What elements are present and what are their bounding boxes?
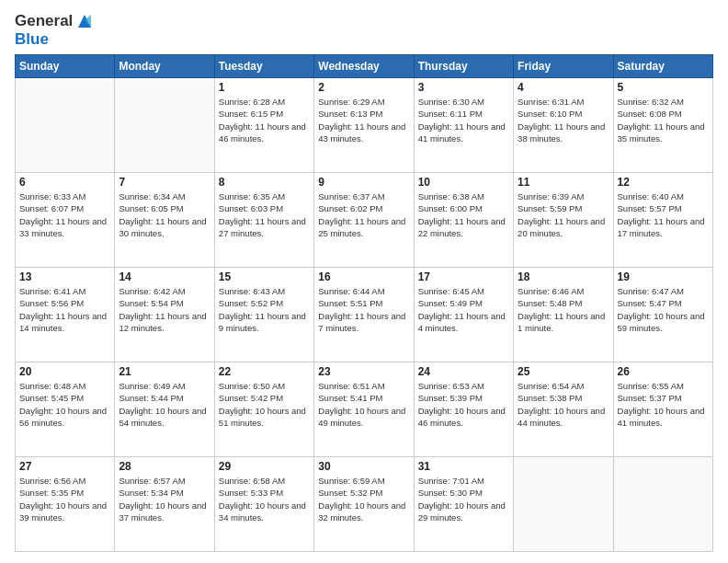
calendar-week-row: 6Sunrise: 6:33 AM Sunset: 6:07 PM Daylig…	[16, 173, 713, 268]
day-number: 8	[219, 176, 310, 189]
day-info: Sunrise: 6:39 AM Sunset: 5:59 PM Dayligh…	[518, 190, 609, 239]
day-info: Sunrise: 6:35 AM Sunset: 6:03 PM Dayligh…	[219, 190, 310, 239]
calendar-cell: 19Sunrise: 6:47 AM Sunset: 5:47 PM Dayli…	[613, 268, 712, 362]
day-info: Sunrise: 6:51 AM Sunset: 5:41 PM Dayligh…	[318, 380, 409, 429]
calendar-week-row: 27Sunrise: 6:56 AM Sunset: 5:35 PM Dayli…	[16, 457, 713, 552]
day-number: 2	[318, 81, 409, 94]
calendar-cell	[613, 457, 712, 552]
day-number: 21	[119, 365, 210, 378]
day-number: 19	[618, 270, 709, 283]
day-number: 6	[19, 176, 110, 189]
calendar-cell: 18Sunrise: 6:46 AM Sunset: 5:48 PM Dayli…	[514, 268, 613, 362]
logo-general: General	[15, 13, 73, 30]
header: General Blue	[15, 11, 713, 47]
calendar-header-row: SundayMondayTuesdayWednesdayThursdayFrid…	[16, 55, 713, 78]
day-number: 7	[119, 176, 210, 189]
day-info: Sunrise: 6:34 AM Sunset: 6:05 PM Dayligh…	[119, 190, 210, 239]
day-number: 22	[219, 365, 310, 378]
day-info: Sunrise: 6:53 AM Sunset: 5:39 PM Dayligh…	[418, 380, 509, 429]
calendar-cell: 21Sunrise: 6:49 AM Sunset: 5:44 PM Dayli…	[115, 362, 214, 457]
calendar-cell	[16, 78, 115, 173]
day-info: Sunrise: 6:30 AM Sunset: 6:11 PM Dayligh…	[418, 96, 509, 144]
calendar-cell: 29Sunrise: 6:58 AM Sunset: 5:33 PM Dayli…	[214, 457, 313, 552]
calendar-cell: 23Sunrise: 6:51 AM Sunset: 5:41 PM Dayli…	[314, 362, 414, 457]
day-number: 29	[219, 460, 310, 473]
day-number: 17	[418, 270, 509, 283]
day-number: 9	[318, 176, 409, 189]
day-number: 25	[518, 365, 609, 378]
calendar-week-row: 20Sunrise: 6:48 AM Sunset: 5:45 PM Dayli…	[16, 362, 713, 457]
calendar-cell: 10Sunrise: 6:38 AM Sunset: 6:00 PM Dayli…	[414, 173, 513, 268]
day-info: Sunrise: 6:55 AM Sunset: 5:37 PM Dayligh…	[618, 380, 709, 429]
day-info: Sunrise: 6:45 AM Sunset: 5:49 PM Dayligh…	[418, 285, 509, 334]
day-number: 27	[19, 460, 110, 473]
day-number: 14	[119, 270, 210, 283]
day-number: 30	[318, 460, 409, 473]
day-info: Sunrise: 6:32 AM Sunset: 6:08 PM Dayligh…	[618, 96, 709, 144]
day-number: 31	[418, 460, 509, 473]
calendar-cell: 14Sunrise: 6:42 AM Sunset: 5:54 PM Dayli…	[115, 268, 214, 362]
calendar-cell: 22Sunrise: 6:50 AM Sunset: 5:42 PM Dayli…	[214, 362, 313, 457]
day-info: Sunrise: 6:28 AM Sunset: 6:15 PM Dayligh…	[219, 96, 310, 144]
day-number: 11	[518, 176, 609, 189]
page: General Blue SundayMondayTuesdayWednesda…	[0, 0, 728, 563]
day-info: Sunrise: 6:40 AM Sunset: 5:57 PM Dayligh…	[618, 190, 709, 239]
day-info: Sunrise: 6:37 AM Sunset: 6:02 PM Dayligh…	[318, 190, 409, 239]
day-info: Sunrise: 7:01 AM Sunset: 5:30 PM Dayligh…	[418, 475, 509, 523]
calendar-week-row: 1Sunrise: 6:28 AM Sunset: 6:15 PM Daylig…	[16, 78, 713, 173]
day-info: Sunrise: 6:38 AM Sunset: 6:00 PM Dayligh…	[418, 190, 509, 239]
day-info: Sunrise: 6:41 AM Sunset: 5:56 PM Dayligh…	[19, 285, 110, 334]
day-info: Sunrise: 6:56 AM Sunset: 5:35 PM Dayligh…	[19, 475, 110, 523]
day-number: 13	[19, 270, 110, 283]
calendar-cell: 13Sunrise: 6:41 AM Sunset: 5:56 PM Dayli…	[16, 268, 115, 362]
calendar-cell: 17Sunrise: 6:45 AM Sunset: 5:49 PM Dayli…	[414, 268, 513, 362]
day-number: 15	[219, 270, 310, 283]
calendar-cell: 31Sunrise: 7:01 AM Sunset: 5:30 PM Dayli…	[414, 457, 513, 552]
day-info: Sunrise: 6:42 AM Sunset: 5:54 PM Dayligh…	[119, 285, 210, 334]
logo: General Blue	[15, 11, 95, 47]
day-info: Sunrise: 6:54 AM Sunset: 5:38 PM Dayligh…	[518, 380, 609, 429]
calendar-cell: 16Sunrise: 6:44 AM Sunset: 5:51 PM Dayli…	[314, 268, 414, 362]
day-info: Sunrise: 6:43 AM Sunset: 5:52 PM Dayligh…	[219, 285, 310, 334]
calendar-cell: 15Sunrise: 6:43 AM Sunset: 5:52 PM Dayli…	[214, 268, 313, 362]
calendar-cell: 20Sunrise: 6:48 AM Sunset: 5:45 PM Dayli…	[16, 362, 115, 457]
day-info: Sunrise: 6:48 AM Sunset: 5:45 PM Dayligh…	[19, 380, 110, 429]
day-number: 4	[518, 81, 609, 94]
calendar-cell: 27Sunrise: 6:56 AM Sunset: 5:35 PM Dayli…	[16, 457, 115, 552]
calendar-cell: 1Sunrise: 6:28 AM Sunset: 6:15 PM Daylig…	[214, 78, 313, 173]
calendar-cell: 2Sunrise: 6:29 AM Sunset: 6:13 PM Daylig…	[314, 78, 414, 173]
day-info: Sunrise: 6:50 AM Sunset: 5:42 PM Dayligh…	[219, 380, 310, 429]
day-of-week-header: Sunday	[16, 55, 115, 78]
calendar-cell: 26Sunrise: 6:55 AM Sunset: 5:37 PM Dayli…	[613, 362, 712, 457]
calendar-cell: 28Sunrise: 6:57 AM Sunset: 5:34 PM Dayli…	[115, 457, 214, 552]
day-info: Sunrise: 6:46 AM Sunset: 5:48 PM Dayligh…	[518, 285, 609, 334]
day-number: 12	[618, 176, 709, 189]
calendar-cell: 11Sunrise: 6:39 AM Sunset: 5:59 PM Dayli…	[514, 173, 613, 268]
day-of-week-header: Friday	[514, 55, 613, 78]
logo-icon	[74, 11, 95, 31]
day-info: Sunrise: 6:29 AM Sunset: 6:13 PM Dayligh…	[318, 96, 409, 144]
day-info: Sunrise: 6:58 AM Sunset: 5:33 PM Dayligh…	[219, 475, 310, 523]
logo-blue: Blue	[15, 31, 49, 47]
day-info: Sunrise: 6:33 AM Sunset: 6:07 PM Dayligh…	[19, 190, 110, 239]
calendar-table: SundayMondayTuesdayWednesdayThursdayFrid…	[15, 54, 713, 552]
calendar-cell	[514, 457, 613, 552]
day-info: Sunrise: 6:31 AM Sunset: 6:10 PM Dayligh…	[518, 96, 609, 144]
calendar-cell: 5Sunrise: 6:32 AM Sunset: 6:08 PM Daylig…	[613, 78, 712, 173]
day-info: Sunrise: 6:49 AM Sunset: 5:44 PM Dayligh…	[119, 380, 210, 429]
calendar-cell: 3Sunrise: 6:30 AM Sunset: 6:11 PM Daylig…	[414, 78, 513, 173]
calendar-cell: 25Sunrise: 6:54 AM Sunset: 5:38 PM Dayli…	[514, 362, 613, 457]
day-of-week-header: Tuesday	[214, 55, 313, 78]
day-of-week-header: Thursday	[414, 55, 513, 78]
day-number: 26	[618, 365, 709, 378]
day-info: Sunrise: 6:44 AM Sunset: 5:51 PM Dayligh…	[318, 285, 409, 334]
day-number: 3	[418, 81, 509, 94]
day-number: 10	[418, 176, 509, 189]
calendar-cell: 9Sunrise: 6:37 AM Sunset: 6:02 PM Daylig…	[314, 173, 414, 268]
calendar-cell: 7Sunrise: 6:34 AM Sunset: 6:05 PM Daylig…	[115, 173, 214, 268]
day-number: 28	[119, 460, 210, 473]
calendar-cell: 24Sunrise: 6:53 AM Sunset: 5:39 PM Dayli…	[414, 362, 513, 457]
calendar-cell: 12Sunrise: 6:40 AM Sunset: 5:57 PM Dayli…	[613, 173, 712, 268]
day-number: 16	[318, 270, 409, 283]
day-info: Sunrise: 6:47 AM Sunset: 5:47 PM Dayligh…	[618, 285, 709, 334]
